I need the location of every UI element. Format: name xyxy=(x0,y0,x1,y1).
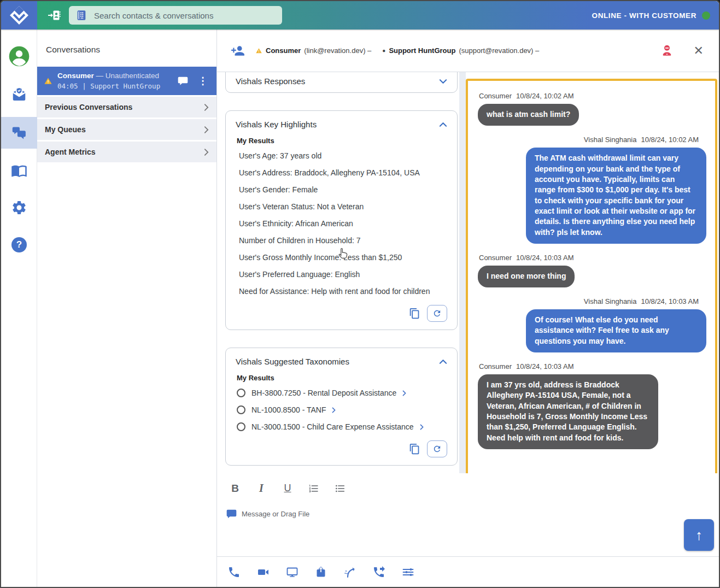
chevron-link-icon[interactable] xyxy=(402,390,406,396)
chevron-up-icon[interactable] xyxy=(439,122,447,127)
scrollbar-gutter[interactable] xyxy=(459,72,466,477)
copy-icon[interactable] xyxy=(409,443,420,455)
ai-assist-icon[interactable] xyxy=(342,564,358,580)
gear-icon xyxy=(11,199,27,216)
call-transfer-icon[interactable] xyxy=(371,564,387,580)
underline-button[interactable]: U xyxy=(282,483,294,494)
message-meta: Consumer10/8/24, 10:03 AM xyxy=(479,362,574,371)
chevron-up-icon[interactable] xyxy=(439,359,447,364)
presence-label: ONLINE - WITH CUSTOMER xyxy=(592,11,696,20)
search-input[interactable]: Search contacts & conversations xyxy=(69,6,282,25)
highlight-item: User's Gender: Female xyxy=(236,181,447,198)
participant-consumer[interactable]: Consumer (link@revation.dev) – xyxy=(255,46,371,55)
left-icon-rail: ? xyxy=(1,30,37,587)
video-call-icon[interactable] xyxy=(255,564,271,580)
section-agent-metrics[interactable]: Agent Metrics xyxy=(37,142,216,162)
presence-status[interactable]: ONLINE - WITH CUSTOMER xyxy=(592,11,710,20)
add-person-icon[interactable] xyxy=(230,44,245,58)
message-bubble-icon[interactable] xyxy=(177,76,189,86)
conversations-panel: Conversations Consumer — Unauthenticated… xyxy=(37,30,217,587)
sidebar-item-help[interactable]: ? xyxy=(1,230,37,260)
message-author: Vishal Singhania xyxy=(584,136,637,144)
message-bubble: The ATM cash withdrawal limit can vary d… xyxy=(526,148,706,244)
highlight-item: User's Gross Monthly Income: Less than $… xyxy=(236,249,447,266)
message-bubble: what is atm cash limit? xyxy=(478,104,579,126)
message-timestamp: 10/8/24, 10:02 AM xyxy=(516,92,574,100)
taxonomy-option[interactable]: NL-1000.8500 - TANF xyxy=(236,401,447,418)
refresh-button[interactable] xyxy=(427,440,447,457)
chevron-link-icon[interactable] xyxy=(420,424,424,430)
ordered-list-button[interactable] xyxy=(308,483,320,494)
profile-avatar[interactable] xyxy=(1,39,37,73)
chevron-right-icon xyxy=(204,148,209,156)
message-author: Consumer xyxy=(479,254,512,262)
conversation-item-consumer[interactable]: Consumer — Unauthenticated 04:05 | Suppo… xyxy=(37,67,216,95)
content-region: Vishals Responses Vishals Key Highlights xyxy=(217,72,719,477)
message-meta: Vishal Singhania10/8/24, 10:03 AM xyxy=(584,297,699,305)
kebab-menu-icon[interactable]: ⋮ xyxy=(196,75,210,87)
status-dot-icon xyxy=(702,11,710,20)
bold-button[interactable]: B xyxy=(229,483,241,495)
chevron-link-icon[interactable] xyxy=(332,407,336,413)
unordered-list-button[interactable] xyxy=(334,483,346,494)
message-input[interactable]: Message or Drag File xyxy=(217,495,719,519)
dialpad-contact-icon xyxy=(75,9,87,21)
radio-button[interactable] xyxy=(237,389,245,397)
settings-sliders-icon[interactable] xyxy=(400,564,416,580)
radio-button[interactable] xyxy=(237,405,245,414)
message-group: Vishal Singhania10/8/24, 10:02 AMThe ATM… xyxy=(478,133,710,244)
chevron-right-icon xyxy=(204,103,209,111)
message-list: Consumer10/8/24, 10:02 AMwhat is atm cas… xyxy=(468,81,715,466)
message-timestamp: 10/8/24, 10:02 AM xyxy=(641,136,699,144)
taxonomy-option[interactable]: BH-3800.7250 - Rental Deposit Assistance xyxy=(236,384,447,401)
send-button[interactable]: ↑ xyxy=(684,519,714,551)
sidebar-item-conversations[interactable] xyxy=(1,117,37,149)
warning-icon xyxy=(255,48,262,54)
file-share-icon[interactable] xyxy=(313,564,329,580)
highlight-items: User's Age: 37 years oldUser's Address: … xyxy=(236,147,447,299)
format-toolbar: B I U xyxy=(217,473,719,495)
card-title: Vishals Suggested Taxonomies xyxy=(236,357,349,366)
section-my-queues[interactable]: My Queues xyxy=(37,119,216,140)
results-subtitle: My Results xyxy=(237,374,447,382)
sidebar-item-settings[interactable] xyxy=(1,192,37,223)
card-vishals-responses: Vishals Responses xyxy=(225,72,458,93)
results-subtitle: My Results xyxy=(237,137,447,145)
app-window: Search contacts & conversations ONLINE -… xyxy=(0,0,720,588)
refresh-button[interactable] xyxy=(427,305,447,322)
remove-participant-icon[interactable] xyxy=(660,44,674,58)
diamond-logo-icon xyxy=(10,6,28,25)
phone-call-icon[interactable] xyxy=(226,564,242,580)
message-bubble: Of course! What else do you need assista… xyxy=(526,309,706,352)
conversations-title: Conversations xyxy=(37,30,216,67)
chat-bubbles-icon xyxy=(11,125,27,141)
conversation-timer-line: 04:05 | Support HuntGroup xyxy=(57,82,172,90)
highlight-item: User's Address: Braddock, Allegheny PA-1… xyxy=(236,164,447,181)
participant-huntgroup[interactable]: ● Support HuntGroup (support@revation.de… xyxy=(382,46,539,55)
screen-share-icon[interactable] xyxy=(284,564,300,580)
message-bubble-icon xyxy=(226,509,237,519)
taxonomy-label: NL-1000.8500 - TANF xyxy=(251,405,326,414)
section-label: Previous Conversations xyxy=(45,103,204,111)
section-previous-conversations[interactable]: Previous Conversations xyxy=(37,97,216,117)
chevron-down-icon[interactable] xyxy=(439,79,447,84)
message-bubble: I am 37 yrs old, address is Braddock All… xyxy=(478,374,658,449)
close-icon[interactable]: ✕ xyxy=(694,44,704,58)
chat-header: Consumer (link@revation.dev) – ● Support… xyxy=(217,30,719,72)
card-vishals-suggested-taxonomies: Vishals Suggested Taxonomies My Results … xyxy=(225,348,458,466)
radio-button[interactable] xyxy=(237,422,245,431)
italic-button[interactable]: I xyxy=(255,482,267,495)
message-group: Vishal Singhania10/8/24, 10:03 AMOf cour… xyxy=(478,295,710,352)
highlight-item: Number of Children in Household: 7 xyxy=(236,232,447,249)
message-group: Consumer10/8/24, 10:02 AMwhat is atm cas… xyxy=(478,90,710,126)
sidebar-item-inbox[interactable] xyxy=(1,80,37,110)
mail-check-icon xyxy=(11,87,27,103)
avatar-icon xyxy=(8,45,30,67)
import-contact-icon[interactable] xyxy=(47,9,61,22)
app-logo[interactable] xyxy=(1,1,37,30)
copy-icon[interactable] xyxy=(409,307,420,320)
assist-cards-column: Vishals Responses Vishals Key Highlights xyxy=(225,72,458,477)
taxonomy-option[interactable]: NL-3000.1500 - Child Care Expense Assist… xyxy=(236,418,447,435)
highlight-item: User's Preferred Language: English xyxy=(236,266,447,283)
sidebar-item-directory[interactable] xyxy=(1,155,37,186)
